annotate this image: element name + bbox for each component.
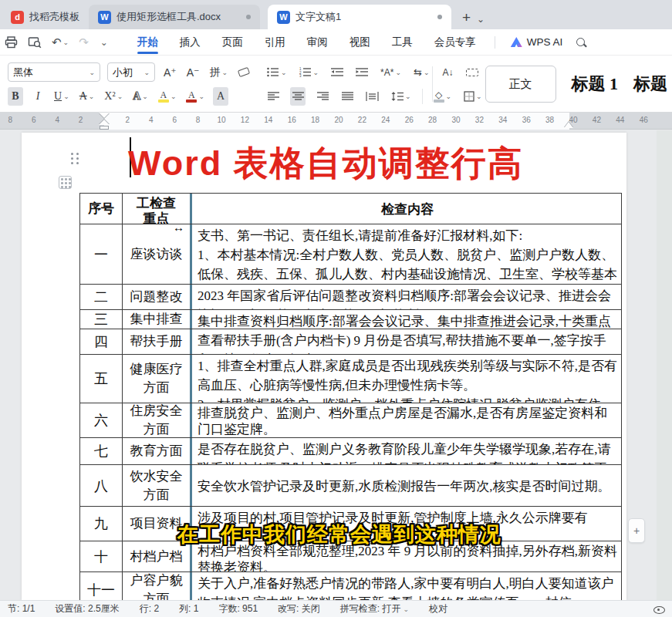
cell-category[interactable]: 帮扶手册 — [123, 329, 190, 354]
char-shading-button[interactable]: A — [213, 87, 228, 106]
new-tab-button[interactable]: + — [451, 9, 477, 29]
cell-content[interactable]: 排查脱贫户、监测户、档外重点户房屋是否漏水,是否有房屋鉴定资料和门口鉴定牌。 — [190, 403, 621, 437]
tab-list-chevron-icon[interactable]: ⌄ — [477, 14, 489, 29]
cell-index[interactable]: 十 — [80, 541, 123, 571]
document-title[interactable]: Word 表格自动调整行高 — [128, 140, 524, 187]
line-spacing-button[interactable]: ⌄ — [390, 87, 413, 106]
decrease-indent-button[interactable] — [329, 63, 345, 82]
cell-content[interactable]: 集中排查资料归档顺序:部署会会议记录、集中排查推进会记录,十类重点 — [190, 310, 621, 329]
cjk-layout-button[interactable]: ⇆⌄ — [412, 63, 431, 82]
decrease-font-button[interactable]: A⁻ — [185, 63, 201, 82]
horizontal-ruler[interactable]: 8642246810121416182022242628303234363840… — [0, 113, 672, 130]
bullet-list-button[interactable]: ⌄ — [265, 63, 289, 82]
cell-index[interactable]: 五 — [80, 355, 123, 403]
show-marks-button[interactable] — [464, 63, 480, 82]
cell-category[interactable]: 问题整改 — [123, 285, 190, 309]
menu-item-开始[interactable]: 开始 — [127, 30, 169, 55]
superscript-button[interactable]: X²⌄ — [103, 87, 124, 106]
cell-content[interactable]: 是否存在脱贫户、监测户义务教育阶段儿童少年失学辍学现象,若存在,请联系学校老师,… — [190, 438, 621, 464]
menu-item-引用[interactable]: 引用 — [254, 30, 296, 55]
menu-item-视图[interactable]: 视图 — [339, 30, 381, 55]
status-item[interactable]: 改写: 关闭 — [278, 602, 320, 615]
menu-item-插入[interactable]: 插入 — [169, 30, 211, 55]
undo-button[interactable]: ↶⌄ — [52, 35, 69, 49]
header-cell[interactable]: 工检查 重点 — [123, 194, 190, 224]
cell-category[interactable]: 户容户貌 方面 — [123, 572, 190, 600]
tab-docer-templates[interactable]: d 找稻壳模板 — [2, 5, 89, 29]
search-icon[interactable] — [576, 38, 585, 46]
increase-indent-button[interactable] — [354, 63, 370, 82]
cell-index[interactable]: 四 — [80, 329, 123, 354]
cell-index[interactable]: 一 — [80, 224, 123, 284]
font-color-button[interactable]: A⌄ — [184, 87, 206, 106]
style-heading1[interactable]: 标题 1 — [572, 72, 619, 96]
cell-index[interactable]: 三 — [80, 310, 123, 329]
scrollbar-track[interactable] — [657, 130, 672, 600]
cell-index[interactable]: 八 — [80, 465, 123, 506]
tab-document-1-active[interactable]: W 文字文稿1 — [268, 5, 451, 29]
cell-content[interactable]: 安全饮水管护记录及时更新,水质检测报告一年两次,核实是否时间过期。 — [190, 465, 621, 506]
menu-item-工具[interactable]: 工具 — [381, 30, 424, 55]
cell-category[interactable]: 饮水安全 方面 — [123, 465, 190, 506]
paragraph-drag-handle-icon[interactable] — [71, 153, 82, 170]
style-normal[interactable]: 正文 — [485, 66, 556, 103]
underline-button[interactable]: U⌄ — [52, 87, 71, 106]
cell-category[interactable]: 健康医疗 方面 — [123, 355, 190, 403]
increase-font-button[interactable]: A⁺ — [162, 63, 178, 82]
highlight-color-button[interactable]: A⌄ — [157, 87, 178, 106]
bold-button[interactable]: B — [8, 87, 23, 106]
font-size-select[interactable]: 小初 ⌄ — [107, 62, 155, 82]
cell-content[interactable]: 2023 年国家省后评估问题整改资料归档顺序:部署会会议记录、推进会会议记录、问… — [190, 285, 621, 309]
status-item[interactable]: 列: 1 — [179, 602, 198, 615]
align-left-button[interactable] — [265, 87, 281, 106]
first-line-indent-marker[interactable] — [99, 113, 110, 118]
clear-format-button[interactable] — [236, 63, 252, 82]
cell-index[interactable]: 六 — [80, 403, 123, 437]
cell-category[interactable]: 教育方面 — [123, 438, 190, 464]
align-center-button[interactable] — [290, 87, 306, 106]
text-effects-button[interactable]: A⌄ — [131, 87, 150, 106]
style-heading2[interactable]: 标题 — [633, 72, 667, 96]
cell-content[interactable]: 关于入户,准备好熟悉户情况的带路人,家中要有明白人,明白人要知道该户收支情况,家… — [190, 572, 621, 600]
status-item[interactable]: 字数: 951 — [218, 602, 258, 615]
undo-chevron-icon[interactable]: ⌄ — [63, 39, 69, 46]
menu-item-页面[interactable]: 页面 — [211, 30, 254, 55]
char-scale-button[interactable]: *A*⌄ — [379, 63, 403, 82]
status-item[interactable]: 行: 2 — [140, 602, 159, 615]
cell-index[interactable]: 七 — [80, 438, 123, 464]
print-preview-button[interactable] — [28, 36, 42, 49]
pinyin-guide-button[interactable]: 拼⌄ — [208, 63, 229, 82]
right-indent-marker[interactable] — [564, 122, 573, 128]
menu-item-审阅[interactable]: 审阅 — [296, 30, 339, 55]
sort-button[interactable]: A↓ — [440, 63, 455, 82]
hanging-indent-marker[interactable] — [99, 120, 110, 125]
print-button[interactable] — [5, 36, 18, 49]
numbered-list-button[interactable]: 123⌄ — [298, 63, 321, 82]
cell-category[interactable]: 住房安全 方面 — [123, 403, 190, 437]
add-table-row-button[interactable]: + — [628, 518, 645, 543]
cell-content[interactable]: 1、排查全村重点人群,家庭成员是否出现残疾类别等级与实际不符,是否有高血压、心脏… — [190, 355, 621, 403]
cell-content[interactable]: 支书、第一书记、责任组长,请提前准备好汇报材料,如下: 1、本村基本情况:全村户… — [190, 224, 621, 284]
status-item[interactable]: 拼写检查: 打开⌄ — [340, 602, 409, 615]
eye-protect-icon[interactable] — [653, 604, 664, 615]
font-family-select[interactable]: 黑体 ⌄ — [8, 62, 100, 82]
shading-button[interactable]: ◇⌄ — [432, 87, 454, 106]
borders-button[interactable]: ⌄ — [462, 87, 484, 106]
toolbar-collapse-chevron-icon[interactable]: ⌄ — [100, 37, 108, 48]
distribute-button[interactable] — [364, 87, 380, 106]
status-item[interactable]: 校对 — [429, 602, 447, 615]
header-cell[interactable]: 检查内容 — [190, 194, 621, 224]
left-indent-marker[interactable] — [100, 126, 109, 130]
cell-index[interactable]: 二 — [80, 285, 123, 309]
justify-button[interactable] — [339, 87, 355, 106]
align-right-button[interactable] — [315, 87, 330, 106]
status-item[interactable]: 设置值: 2.5厘米 — [55, 602, 119, 615]
menu-item-会员专享[interactable]: 会员专享 — [424, 30, 487, 55]
cell-index[interactable]: 十一 — [80, 572, 123, 600]
status-item[interactable]: 节: 1/1 — [8, 602, 35, 615]
italic-button[interactable]: I — [30, 87, 46, 106]
cell-category[interactable]: 集中排查 — [123, 310, 190, 329]
cell-content[interactable]: 查看帮扶手册(含户内档卡) 9 月份是否填写,帮扶措施不要单一,签字按手印、填写… — [190, 329, 621, 354]
tab-document-rect-tool[interactable]: W 使用矩形选框工具.docx — [89, 5, 260, 29]
strikethrough-button[interactable]: A⌄ — [78, 87, 96, 106]
